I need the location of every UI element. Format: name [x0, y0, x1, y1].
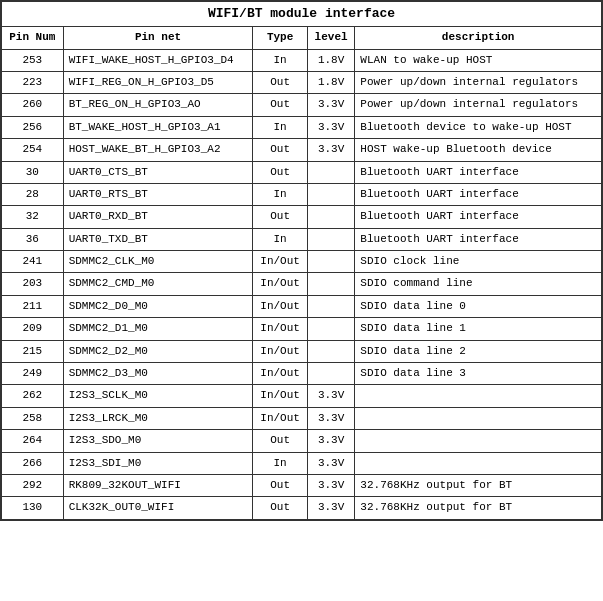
- cell-desc: Bluetooth device to wake-up HOST: [355, 116, 602, 138]
- cell-desc: Bluetooth UART interface: [355, 228, 602, 250]
- cell-pin: 28: [2, 183, 64, 205]
- cell-net: SDMMC2_D0_M0: [63, 295, 253, 317]
- cell-level: [307, 251, 354, 273]
- cell-desc: SDIO clock line: [355, 251, 602, 273]
- cell-desc: [355, 430, 602, 452]
- cell-desc: SDIO data line 0: [355, 295, 602, 317]
- table-row: 203SDMMC2_CMD_M0In/OutSDIO command line: [2, 273, 602, 295]
- cell-net: SDMMC2_D1_M0: [63, 318, 253, 340]
- cell-net: WIFI_WAKE_HOST_H_GPIO3_D4: [63, 49, 253, 71]
- table-row: 258I2S3_LRCK_M0In/Out3.3V: [2, 407, 602, 429]
- cell-level: [307, 318, 354, 340]
- table-row: 130CLK32K_OUT0_WIFIOut3.3V32.768KHz outp…: [2, 497, 602, 519]
- cell-type: In: [253, 183, 308, 205]
- cell-type: In/Out: [253, 295, 308, 317]
- cell-type: In: [253, 452, 308, 474]
- cell-pin: 32: [2, 206, 64, 228]
- table-row: 260BT_REG_ON_H_GPIO3_AOOut3.3VPower up/d…: [2, 94, 602, 116]
- cell-level: 3.3V: [307, 385, 354, 407]
- table-row: 209SDMMC2_D1_M0In/OutSDIO data line 1: [2, 318, 602, 340]
- cell-pin: 241: [2, 251, 64, 273]
- cell-net: BT_REG_ON_H_GPIO3_AO: [63, 94, 253, 116]
- cell-pin: 262: [2, 385, 64, 407]
- cell-type: In/Out: [253, 363, 308, 385]
- table-row: 253WIFI_WAKE_HOST_H_GPIO3_D4In1.8VWLAN t…: [2, 49, 602, 71]
- table-title: WIFI/BT module interface: [2, 2, 602, 27]
- cell-pin: 264: [2, 430, 64, 452]
- col-header-level: level: [307, 27, 354, 49]
- cell-net: UART0_CTS_BT: [63, 161, 253, 183]
- cell-net: SDMMC2_D2_M0: [63, 340, 253, 362]
- table-row: 256BT_WAKE_HOST_H_GPIO3_A1In3.3VBluetoot…: [2, 116, 602, 138]
- cell-pin: 253: [2, 49, 64, 71]
- cell-level: [307, 183, 354, 205]
- cell-desc: [355, 407, 602, 429]
- cell-level: [307, 228, 354, 250]
- cell-net: I2S3_SCLK_M0: [63, 385, 253, 407]
- cell-pin: 266: [2, 452, 64, 474]
- cell-level: 3.3V: [307, 430, 354, 452]
- cell-type: In: [253, 228, 308, 250]
- cell-desc: HOST wake-up Bluetooth device: [355, 139, 602, 161]
- cell-net: SDMMC2_CMD_M0: [63, 273, 253, 295]
- cell-desc: Bluetooth UART interface: [355, 161, 602, 183]
- cell-pin: 249: [2, 363, 64, 385]
- cell-net: UART0_RXD_BT: [63, 206, 253, 228]
- cell-type: In/Out: [253, 318, 308, 340]
- cell-level: 3.3V: [307, 475, 354, 497]
- cell-type: Out: [253, 430, 308, 452]
- cell-level: 1.8V: [307, 71, 354, 93]
- cell-type: Out: [253, 161, 308, 183]
- col-header-type: Type: [253, 27, 308, 49]
- cell-level: [307, 363, 354, 385]
- cell-type: In/Out: [253, 251, 308, 273]
- table-row: 241SDMMC2_CLK_M0In/OutSDIO clock line: [2, 251, 602, 273]
- cell-level: [307, 273, 354, 295]
- cell-type: Out: [253, 139, 308, 161]
- cell-net: RK809_32KOUT_WIFI: [63, 475, 253, 497]
- cell-desc: Power up/down internal regulators: [355, 94, 602, 116]
- table-row: 36UART0_TXD_BTInBluetooth UART interface: [2, 228, 602, 250]
- table-row: 249SDMMC2_D3_M0In/OutSDIO data line 3: [2, 363, 602, 385]
- cell-net: UART0_TXD_BT: [63, 228, 253, 250]
- cell-net: WIFI_REG_ON_H_GPIO3_D5: [63, 71, 253, 93]
- cell-level: [307, 340, 354, 362]
- cell-pin: 254: [2, 139, 64, 161]
- cell-pin: 130: [2, 497, 64, 519]
- cell-type: Out: [253, 475, 308, 497]
- cell-desc: Bluetooth UART interface: [355, 183, 602, 205]
- cell-desc: 32.768KHz output for BT: [355, 497, 602, 519]
- cell-level: 3.3V: [307, 407, 354, 429]
- table-row: 262I2S3_SCLK_M0In/Out3.3V: [2, 385, 602, 407]
- cell-type: In/Out: [253, 385, 308, 407]
- cell-net: CLK32K_OUT0_WIFI: [63, 497, 253, 519]
- cell-desc: SDIO command line: [355, 273, 602, 295]
- cell-net: SDMMC2_D3_M0: [63, 363, 253, 385]
- cell-net: BT_WAKE_HOST_H_GPIO3_A1: [63, 116, 253, 138]
- cell-pin: 203: [2, 273, 64, 295]
- cell-level: [307, 295, 354, 317]
- wifi-bt-table: WIFI/BT module interface Pin Num Pin net…: [0, 0, 603, 521]
- cell-pin: 209: [2, 318, 64, 340]
- cell-pin: 36: [2, 228, 64, 250]
- cell-pin: 258: [2, 407, 64, 429]
- col-header-pinnet: Pin net: [63, 27, 253, 49]
- cell-level: 3.3V: [307, 452, 354, 474]
- cell-type: Out: [253, 71, 308, 93]
- cell-level: [307, 161, 354, 183]
- cell-level: 3.3V: [307, 116, 354, 138]
- table-row: 264I2S3_SDO_M0Out3.3V: [2, 430, 602, 452]
- cell-desc: Bluetooth UART interface: [355, 206, 602, 228]
- table-row: 254HOST_WAKE_BT_H_GPIO3_A2Out3.3VHOST wa…: [2, 139, 602, 161]
- cell-net: I2S3_LRCK_M0: [63, 407, 253, 429]
- table-row: 215SDMMC2_D2_M0In/OutSDIO data line 2: [2, 340, 602, 362]
- cell-net: HOST_WAKE_BT_H_GPIO3_A2: [63, 139, 253, 161]
- cell-level: 3.3V: [307, 497, 354, 519]
- cell-level: 3.3V: [307, 94, 354, 116]
- cell-net: I2S3_SDO_M0: [63, 430, 253, 452]
- cell-net: I2S3_SDI_M0: [63, 452, 253, 474]
- cell-net: SDMMC2_CLK_M0: [63, 251, 253, 273]
- cell-type: In/Out: [253, 273, 308, 295]
- cell-pin: 223: [2, 71, 64, 93]
- cell-desc: SDIO data line 2: [355, 340, 602, 362]
